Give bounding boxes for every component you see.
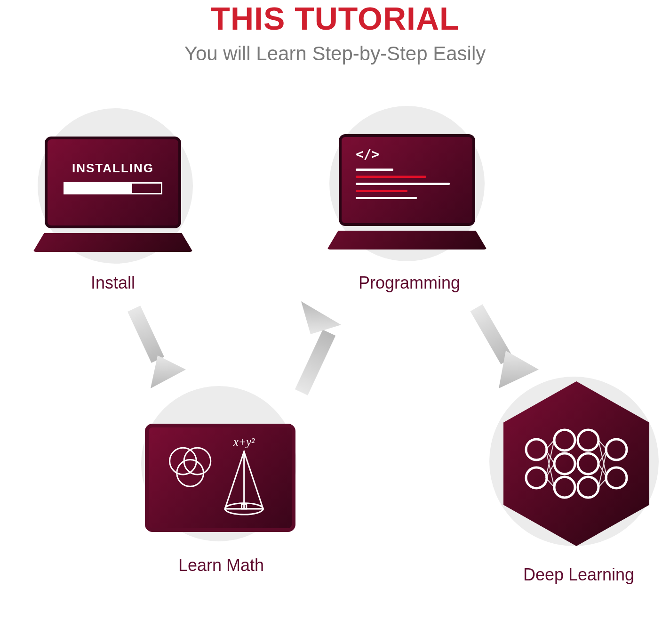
svg-point-13: [578, 477, 598, 498]
svg-rect-28: [128, 306, 164, 362]
code-symbol-icon: </>: [342, 137, 472, 164]
arrow-programming-to-deep: [466, 299, 541, 393]
install-label: Install: [47, 273, 179, 293]
progress-bar: [64, 182, 162, 194]
math-label: Learn Math: [151, 555, 292, 575]
svg-point-11: [578, 430, 598, 451]
svg-point-8: [554, 430, 575, 451]
page-subtitle: You will Learn Step-by-Step Easily: [0, 42, 670, 65]
code-line: [356, 169, 393, 171]
svg-point-12: [578, 453, 598, 474]
svg-point-6: [526, 439, 547, 460]
programming-laptop-icon: </>: [339, 134, 487, 250]
svg-rect-30: [295, 330, 335, 395]
code-line: [356, 197, 417, 199]
math-formula: x+y²: [233, 435, 255, 448]
svg-point-14: [606, 439, 627, 460]
code-line: [356, 190, 407, 192]
deep-label: Deep Learning: [503, 565, 654, 585]
code-line: [356, 183, 450, 185]
install-screen-text: INSTALLING: [48, 139, 178, 176]
page-title: THIS TUTORIAL: [0, 0, 670, 37]
arrow-install-to-math: [122, 301, 188, 395]
install-laptop-icon: INSTALLING: [45, 137, 193, 252]
svg-point-9: [554, 453, 575, 474]
arrow-math-to-programming: [282, 301, 358, 405]
programming-label: Programming: [339, 273, 480, 293]
svg-point-15: [606, 467, 627, 488]
math-board-icon: x+y²: [145, 424, 295, 532]
progress-fill: [65, 184, 132, 193]
code-line: [356, 176, 426, 178]
svg-marker-31: [301, 301, 341, 334]
svg-point-7: [526, 467, 547, 488]
svg-marker-33: [499, 351, 539, 388]
svg-point-10: [554, 477, 575, 498]
